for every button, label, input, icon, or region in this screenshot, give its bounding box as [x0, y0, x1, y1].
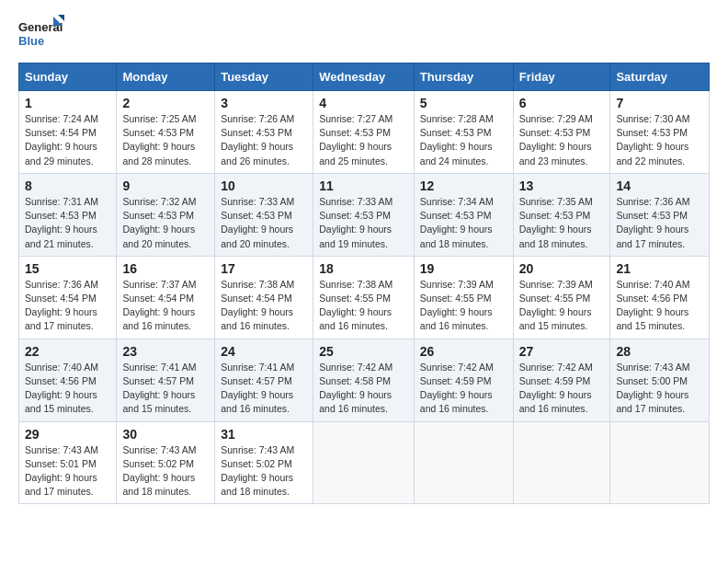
logo-svg: General Blue	[18, 15, 64, 53]
day-detail: Sunrise: 7:36 AM Sunset: 4:53 PM Dayligh…	[616, 195, 703, 251]
day-number: 14	[616, 178, 703, 193]
day-detail: Sunrise: 7:43 AM Sunset: 5:00 PM Dayligh…	[616, 361, 703, 417]
day-number: 11	[319, 178, 408, 193]
day-number: 9	[122, 178, 209, 193]
day-detail: Sunrise: 7:27 AM Sunset: 4:53 PM Dayligh…	[319, 112, 408, 168]
day-number: 17	[221, 261, 307, 276]
day-number: 30	[122, 427, 209, 442]
calendar-cell: 23 Sunrise: 7:41 AM Sunset: 4:57 PM Dayl…	[117, 339, 215, 421]
day-detail: Sunrise: 7:42 AM Sunset: 4:59 PM Dayligh…	[420, 361, 507, 417]
calendar-cell: 3 Sunrise: 7:26 AM Sunset: 4:53 PM Dayli…	[215, 91, 313, 174]
calendar-cell: 25 Sunrise: 7:42 AM Sunset: 4:58 PM Dayl…	[313, 339, 415, 421]
day-number: 4	[319, 96, 408, 110]
day-number: 28	[616, 344, 703, 359]
day-number: 7	[616, 96, 703, 110]
day-number: 13	[519, 178, 605, 193]
day-detail: Sunrise: 7:43 AM Sunset: 5:01 PM Dayligh…	[25, 443, 110, 500]
calendar-week-4: 22 Sunrise: 7:40 AM Sunset: 4:56 PM Dayl…	[19, 339, 710, 421]
day-detail: Sunrise: 7:43 AM Sunset: 5:02 PM Dayligh…	[221, 443, 307, 500]
day-detail: Sunrise: 7:38 AM Sunset: 4:55 PM Dayligh…	[319, 278, 408, 334]
calendar-cell: 30 Sunrise: 7:43 AM Sunset: 5:02 PM Dayl…	[117, 421, 215, 504]
calendar-cell: 6 Sunrise: 7:29 AM Sunset: 4:53 PM Dayli…	[513, 91, 610, 174]
calendar-week-1: 1 Sunrise: 7:24 AM Sunset: 4:54 PM Dayli…	[19, 91, 710, 174]
header-saturday: Saturday	[610, 63, 710, 91]
calendar-cell: 18 Sunrise: 7:38 AM Sunset: 4:55 PM Dayl…	[313, 256, 415, 339]
day-number: 1	[25, 96, 110, 110]
day-number: 15	[25, 261, 110, 276]
calendar-cell: 12 Sunrise: 7:34 AM Sunset: 4:53 PM Dayl…	[414, 173, 513, 256]
day-number: 29	[25, 427, 110, 442]
day-detail: Sunrise: 7:26 AM Sunset: 4:53 PM Dayligh…	[221, 112, 307, 168]
calendar-cell: 27 Sunrise: 7:42 AM Sunset: 4:59 PM Dayl…	[513, 339, 610, 421]
day-detail: Sunrise: 7:39 AM Sunset: 4:55 PM Dayligh…	[420, 278, 507, 334]
day-number: 2	[122, 96, 209, 110]
day-number: 25	[319, 344, 408, 359]
calendar-week-5: 29 Sunrise: 7:43 AM Sunset: 5:01 PM Dayl…	[19, 421, 710, 504]
day-number: 10	[221, 178, 307, 193]
calendar-cell	[414, 421, 513, 504]
day-detail: Sunrise: 7:43 AM Sunset: 5:02 PM Dayligh…	[122, 443, 209, 500]
calendar-cell: 31 Sunrise: 7:43 AM Sunset: 5:02 PM Dayl…	[215, 421, 313, 504]
day-detail: Sunrise: 7:29 AM Sunset: 4:53 PM Dayligh…	[519, 112, 605, 168]
calendar-cell: 17 Sunrise: 7:38 AM Sunset: 4:54 PM Dayl…	[215, 256, 313, 339]
day-detail: Sunrise: 7:28 AM Sunset: 4:53 PM Dayligh…	[420, 112, 507, 168]
calendar-cell: 9 Sunrise: 7:32 AM Sunset: 4:53 PM Dayli…	[117, 173, 215, 256]
day-detail: Sunrise: 7:33 AM Sunset: 4:53 PM Dayligh…	[221, 195, 307, 251]
day-number: 5	[420, 96, 507, 110]
day-number: 19	[420, 261, 507, 276]
day-detail: Sunrise: 7:30 AM Sunset: 4:53 PM Dayligh…	[616, 112, 703, 168]
calendar-cell: 26 Sunrise: 7:42 AM Sunset: 4:59 PM Dayl…	[414, 339, 513, 421]
day-detail: Sunrise: 7:38 AM Sunset: 4:54 PM Dayligh…	[221, 278, 307, 334]
day-detail: Sunrise: 7:35 AM Sunset: 4:53 PM Dayligh…	[519, 195, 605, 251]
calendar-header-row: SundayMondayTuesdayWednesdayThursdayFrid…	[19, 63, 710, 91]
calendar-cell: 11 Sunrise: 7:33 AM Sunset: 4:53 PM Dayl…	[313, 173, 415, 256]
calendar-cell: 21 Sunrise: 7:40 AM Sunset: 4:56 PM Dayl…	[610, 256, 710, 339]
day-number: 24	[221, 344, 307, 359]
day-detail: Sunrise: 7:41 AM Sunset: 4:57 PM Dayligh…	[122, 361, 209, 417]
header-tuesday: Tuesday	[215, 63, 313, 91]
calendar-cell: 24 Sunrise: 7:41 AM Sunset: 4:57 PM Dayl…	[215, 339, 313, 421]
day-detail: Sunrise: 7:42 AM Sunset: 4:58 PM Dayligh…	[319, 361, 408, 417]
day-detail: Sunrise: 7:40 AM Sunset: 4:56 PM Dayligh…	[25, 361, 110, 417]
day-number: 18	[319, 261, 408, 276]
day-detail: Sunrise: 7:24 AM Sunset: 4:54 PM Dayligh…	[25, 112, 110, 168]
calendar-week-2: 8 Sunrise: 7:31 AM Sunset: 4:53 PM Dayli…	[19, 173, 710, 256]
day-number: 27	[519, 344, 605, 359]
header-sunday: Sunday	[19, 63, 117, 91]
day-detail: Sunrise: 7:40 AM Sunset: 4:56 PM Dayligh…	[616, 278, 703, 334]
day-detail: Sunrise: 7:36 AM Sunset: 4:54 PM Dayligh…	[25, 278, 110, 334]
day-number: 31	[221, 427, 307, 442]
calendar-cell	[513, 421, 610, 504]
header-monday: Monday	[117, 63, 215, 91]
calendar-cell: 19 Sunrise: 7:39 AM Sunset: 4:55 PM Dayl…	[414, 256, 513, 339]
day-number: 20	[519, 261, 605, 276]
header-friday: Friday	[513, 63, 610, 91]
calendar-cell: 7 Sunrise: 7:30 AM Sunset: 4:53 PM Dayli…	[610, 91, 710, 174]
header-wednesday: Wednesday	[313, 63, 415, 91]
day-detail: Sunrise: 7:34 AM Sunset: 4:53 PM Dayligh…	[420, 195, 507, 251]
logo: General Blue	[18, 15, 64, 53]
page-header: General Blue	[18, 15, 710, 53]
day-number: 21	[616, 261, 703, 276]
calendar-cell	[610, 421, 710, 504]
calendar-cell: 16 Sunrise: 7:37 AM Sunset: 4:54 PM Dayl…	[117, 256, 215, 339]
day-number: 16	[122, 261, 209, 276]
day-detail: Sunrise: 7:37 AM Sunset: 4:54 PM Dayligh…	[122, 278, 209, 334]
calendar-cell: 29 Sunrise: 7:43 AM Sunset: 5:01 PM Dayl…	[19, 421, 117, 504]
calendar-cell: 13 Sunrise: 7:35 AM Sunset: 4:53 PM Dayl…	[513, 173, 610, 256]
day-number: 3	[221, 96, 307, 110]
day-detail: Sunrise: 7:25 AM Sunset: 4:53 PM Dayligh…	[122, 112, 209, 168]
calendar-cell: 22 Sunrise: 7:40 AM Sunset: 4:56 PM Dayl…	[19, 339, 117, 421]
day-number: 12	[420, 178, 507, 193]
calendar-cell: 10 Sunrise: 7:33 AM Sunset: 4:53 PM Dayl…	[215, 173, 313, 256]
day-detail: Sunrise: 7:32 AM Sunset: 4:53 PM Dayligh…	[122, 195, 209, 251]
day-detail: Sunrise: 7:42 AM Sunset: 4:59 PM Dayligh…	[519, 361, 605, 417]
day-number: 8	[25, 178, 110, 193]
calendar-cell: 28 Sunrise: 7:43 AM Sunset: 5:00 PM Dayl…	[610, 339, 710, 421]
calendar-cell: 5 Sunrise: 7:28 AM Sunset: 4:53 PM Dayli…	[414, 91, 513, 174]
day-number: 26	[420, 344, 507, 359]
day-detail: Sunrise: 7:39 AM Sunset: 4:55 PM Dayligh…	[519, 278, 605, 334]
calendar-table: SundayMondayTuesdayWednesdayThursdayFrid…	[18, 63, 710, 504]
calendar-cell	[313, 421, 415, 504]
calendar-week-3: 15 Sunrise: 7:36 AM Sunset: 4:54 PM Dayl…	[19, 256, 710, 339]
